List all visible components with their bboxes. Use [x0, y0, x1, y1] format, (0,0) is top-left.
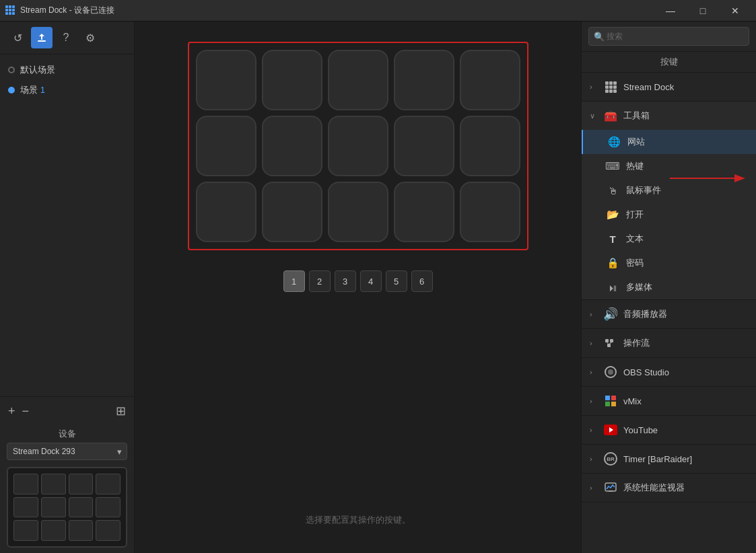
grid-button-1[interactable]: [262, 50, 322, 110]
toolbox-item-label-website: 网站: [627, 136, 645, 148]
operations-stream-header[interactable]: › 操作流: [582, 329, 756, 357]
preview-cell: [41, 520, 66, 541]
refresh-button[interactable]: ↺: [7, 27, 28, 48]
close-button[interactable]: ✕: [720, 0, 751, 22]
page-btn-6[interactable]: 6: [411, 270, 433, 292]
scene-label-default: 默认场景: [20, 64, 55, 76]
audio-player-section: › 🔊 音频播放器: [582, 300, 756, 329]
page-btn-1[interactable]: 1: [283, 270, 305, 292]
svg-rect-0: [38, 40, 46, 42]
audio-player-header[interactable]: › 🔊 音频播放器: [582, 300, 756, 328]
preview-cell: [96, 474, 121, 494]
grid-button-11[interactable]: [262, 182, 322, 242]
toolbox-item-mouse[interactable]: 🖱 鼠标事件: [582, 178, 756, 202]
left-sidebar: ↺ ? ⚙ 默认场景 场景 1 + −: [0, 22, 135, 553]
password-icon: 🔒: [606, 256, 619, 270]
plugin-list: › Stream Dock ∨ 🧰 工具箱 �: [582, 73, 756, 553]
grid-button-14[interactable]: [460, 182, 520, 242]
upload-button[interactable]: [31, 27, 53, 48]
operations-stream-label: 操作流: [623, 337, 650, 349]
sysmonitor-section: › 系统性能监视器: [582, 474, 756, 503]
operations-stream-section: › 操作流: [582, 329, 756, 358]
scene-item-default[interactable]: 默认场景: [0, 60, 134, 80]
stream-dock-label: Stream Dock: [623, 82, 674, 92]
svg-rect-10: [605, 396, 610, 400]
grid-button-6[interactable]: [262, 116, 322, 176]
window-title: Stream Dock - 设备已连接: [20, 5, 655, 16]
remove-scene-button[interactable]: −: [21, 403, 31, 420]
timer-header[interactable]: › BR Timer [BarRaider]: [582, 445, 756, 473]
grid-button-9[interactable]: [460, 116, 520, 176]
preview-cell: [96, 520, 121, 541]
toolbox-item-text[interactable]: T 文本: [582, 227, 756, 251]
vmix-header[interactable]: › vMix: [582, 387, 756, 415]
preview-cell: [41, 474, 66, 494]
preview-cell: [13, 474, 38, 494]
grid-button-4[interactable]: [460, 50, 520, 110]
stream-dock-section-header[interactable]: › Stream Dock: [582, 73, 756, 102]
btn-label-bar: 按键: [582, 52, 756, 73]
svg-point-9: [608, 369, 613, 375]
toolbox-item-label-text: 文本: [626, 233, 644, 245]
page-btn-5[interactable]: 5: [386, 270, 407, 292]
vmix-label: vMix: [623, 396, 642, 406]
obs-header[interactable]: › OBS Studio: [582, 358, 756, 386]
svg-rect-11: [611, 396, 616, 400]
timer-section: › BR Timer [BarRaider]: [582, 445, 756, 474]
page-btn-3[interactable]: 3: [335, 270, 356, 292]
svg-rect-5: [607, 344, 611, 347]
svg-rect-4: [610, 339, 613, 342]
grid-button-13[interactable]: [394, 182, 454, 242]
audio-icon: 🔊: [603, 307, 618, 322]
toolbox-item-media[interactable]: ⏯ 多媒体: [582, 275, 756, 299]
chevron-right-icon: ›: [590, 83, 598, 91]
grid-button-10[interactable]: [196, 182, 256, 242]
toolbox-item-password[interactable]: 🔒 密码: [582, 251, 756, 275]
grid-button-3[interactable]: [394, 50, 454, 110]
obs-icon: [603, 365, 618, 379]
toolbox-item-website[interactable]: 🌐 网站: [582, 130, 756, 154]
grid-button-12[interactable]: [328, 182, 388, 242]
preview-cell: [41, 497, 66, 518]
youtube-header[interactable]: › YouTube: [582, 416, 756, 444]
toolbox-item-hotkey[interactable]: ⌨ 热键: [582, 154, 756, 178]
help-button[interactable]: ?: [55, 27, 77, 48]
extra-button[interactable]: ⊞: [114, 402, 127, 420]
page-btn-2[interactable]: 2: [309, 270, 331, 292]
ops-chevron-icon: ›: [590, 339, 598, 347]
search-input[interactable]: [588, 27, 749, 46]
preview-cell: [69, 474, 94, 494]
mouse-icon: 🖱: [606, 184, 619, 197]
vmix-section: › vMix: [582, 387, 756, 416]
page-btn-4[interactable]: 4: [360, 270, 382, 292]
grid-button-7[interactable]: [328, 116, 388, 176]
svg-rect-12: [605, 402, 610, 406]
maximize-button[interactable]: □: [687, 0, 718, 22]
grid-button-2[interactable]: [328, 50, 388, 110]
scene-item-1[interactable]: 场景 1: [0, 80, 134, 100]
settings-button[interactable]: ⚙: [79, 27, 101, 48]
grid-button-5[interactable]: [196, 116, 256, 176]
svg-rect-13: [611, 402, 616, 406]
grid-button-0[interactable]: [196, 50, 256, 110]
toolbox-header[interactable]: ∨ 🧰 工具箱: [582, 102, 756, 130]
toolbox-item-label-media: 多媒体: [626, 281, 652, 293]
open-icon: 📂: [606, 208, 619, 221]
sysmonitor-icon: [603, 480, 618, 495]
scene-label-1: 场景 1: [20, 84, 45, 96]
toolbox-chevron-icon: ∨: [590, 112, 598, 120]
toolbox-item-open[interactable]: 📂 打开: [582, 202, 756, 227]
minimize-button[interactable]: —: [655, 0, 686, 22]
device-select[interactable]: Stream Dock 293: [7, 443, 127, 460]
scene-list: 默认场景 场景 1: [0, 54, 134, 396]
button-grid-container: [188, 42, 528, 250]
main-content: 1 2 3 4 5 6 选择要配置其操作的按键。: [135, 22, 581, 553]
add-scene-button[interactable]: +: [7, 403, 17, 420]
text-icon: T: [606, 232, 619, 246]
toolbox-item-label-password: 密码: [626, 257, 644, 269]
grid-button-8[interactable]: [394, 116, 454, 176]
sysmonitor-header[interactable]: › 系统性能监视器: [582, 474, 756, 502]
device-preview: [7, 467, 127, 548]
scene-dot-default: [8, 67, 15, 73]
window-controls: — □ ✕: [655, 0, 751, 22]
